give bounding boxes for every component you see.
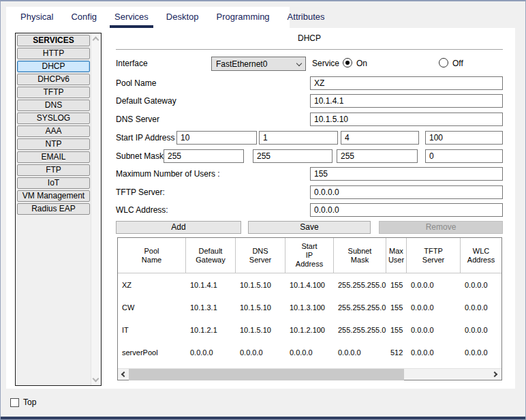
subnet-mask-label: Subnet Mask: bbox=[116, 151, 166, 161]
column-header-tftp-server: TFTP Server bbox=[407, 238, 461, 273]
pool-name-input[interactable] bbox=[310, 76, 503, 90]
wlc-address-input[interactable] bbox=[310, 203, 503, 217]
default-gateway-input[interactable] bbox=[310, 94, 503, 108]
chevron-up-icon[interactable] bbox=[93, 37, 99, 44]
sidebar-item-syslog[interactable]: SYSLOG bbox=[17, 112, 90, 124]
cell-subnet-mask: 255.255.255.0 bbox=[334, 303, 386, 312]
cell-start-ip: 10.1.4.100 bbox=[285, 281, 334, 289]
top-checkbox-label: Top bbox=[23, 397, 36, 407]
chevron-right-icon bbox=[492, 371, 497, 376]
table-row[interactable]: serverPool 0.0.0.0 0.0.0.0 0.0.0.0 0.0.0… bbox=[118, 341, 501, 363]
cell-dns-server: 10.1.5.10 bbox=[236, 281, 285, 289]
cell-max-user: 155 bbox=[386, 326, 407, 334]
sidebar-item-ftp[interactable]: FTP bbox=[17, 164, 90, 176]
chevron-down-icon[interactable] bbox=[93, 376, 99, 382]
subnet-mask-octet-1[interactable] bbox=[164, 149, 244, 163]
sidebar-item-iot[interactable]: IoT bbox=[17, 177, 90, 189]
tftp-server-label: TFTP Server: bbox=[116, 188, 165, 197]
chevron-down-icon bbox=[296, 61, 302, 66]
top-checkbox[interactable] bbox=[10, 398, 19, 407]
max-users-label: Maximum Number of Users : bbox=[116, 169, 220, 179]
page-title: DHCP bbox=[116, 33, 503, 43]
sidebar-item-dhcpv6[interactable]: DHCPv6 bbox=[17, 74, 90, 85]
tab-config[interactable]: Config bbox=[62, 7, 106, 28]
sidebar-item-aaa[interactable]: AAA bbox=[17, 125, 90, 137]
scroll-right-button[interactable] bbox=[491, 369, 501, 380]
scrollbar-track[interactable] bbox=[129, 369, 491, 380]
dns-server-label: DNS Server bbox=[116, 115, 159, 124]
tab-programming[interactable]: Programming bbox=[208, 7, 279, 28]
service-on-radio[interactable] bbox=[343, 58, 352, 68]
interface-selected-value: FastEthernet0 bbox=[216, 59, 267, 69]
sidebar-item-ntp[interactable]: NTP bbox=[17, 138, 90, 150]
max-users-input[interactable] bbox=[310, 167, 503, 181]
save-button[interactable]: Save bbox=[248, 221, 371, 234]
pool-name-label: Pool Name bbox=[116, 78, 156, 88]
tab-attributes[interactable]: Attributes bbox=[279, 7, 334, 28]
column-header-start-ip: Start IP Address bbox=[285, 238, 334, 273]
cell-max-user: 155 bbox=[386, 281, 407, 289]
cell-wlc-address: 0.0.0.0 bbox=[461, 348, 501, 357]
table-row[interactable]: IT 10.1.2.1 10.1.5.10 10.1.2.100 255.255… bbox=[118, 318, 501, 341]
cell-default-gateway: 10.1.2.1 bbox=[186, 326, 236, 334]
cell-subnet-mask: 255.255.255.0 bbox=[334, 326, 386, 334]
sidebar-item-tftp[interactable]: TFTP bbox=[17, 87, 90, 98]
column-header-dns-server: DNS Server bbox=[236, 238, 285, 273]
table-header-row: Pool Name Default Gateway DNS Server Sta… bbox=[118, 238, 501, 273]
cell-pool-name: IT bbox=[118, 326, 186, 334]
start-ip-octet-4[interactable] bbox=[425, 131, 503, 145]
sidebar-scrollbar[interactable] bbox=[91, 33, 101, 385]
chevron-left-icon bbox=[121, 371, 127, 376]
scroll-left-button[interactable] bbox=[118, 369, 129, 380]
sidebar-item-http[interactable]: HTTP bbox=[17, 48, 90, 59]
cell-wlc-address: 0.0.0.0 bbox=[461, 303, 501, 312]
start-ip-octet-3[interactable] bbox=[341, 131, 419, 145]
sidebar-item-dns[interactable]: DNS bbox=[17, 100, 90, 111]
tab-desktop[interactable]: Desktop bbox=[157, 7, 208, 28]
cell-max-user: 512 bbox=[386, 348, 407, 357]
service-on-label: On bbox=[356, 59, 367, 68]
subnet-mask-octet-4[interactable] bbox=[425, 149, 503, 163]
cell-wlc-address: 0.0.0.0 bbox=[461, 326, 501, 334]
default-gateway-label: Default Gateway bbox=[116, 96, 176, 106]
cell-tftp-server: 0.0.0.0 bbox=[407, 281, 461, 289]
start-ip-octet-2[interactable] bbox=[259, 131, 338, 145]
sidebar-item-dhcp[interactable]: DHCP bbox=[17, 61, 90, 72]
cell-pool-name: CW bbox=[118, 303, 186, 312]
sidebar-item-radius-eap[interactable]: Radius EAP bbox=[17, 203, 90, 215]
cell-start-ip: 10.1.2.100 bbox=[285, 326, 334, 334]
start-ip-octet-1[interactable] bbox=[176, 131, 257, 145]
cell-start-ip: 10.1.3.100 bbox=[285, 303, 334, 312]
service-off-label: Off bbox=[452, 59, 463, 68]
cell-default-gateway: 0.0.0.0 bbox=[186, 348, 236, 357]
cell-start-ip: 0.0.0.0 bbox=[285, 348, 334, 357]
interface-select[interactable]: FastEthernet0 bbox=[211, 57, 306, 71]
cell-default-gateway: 10.1.4.1 bbox=[186, 281, 236, 289]
column-header-default-gateway: Default Gateway bbox=[186, 238, 236, 273]
cell-default-gateway: 10.1.3.1 bbox=[186, 303, 236, 312]
column-header-subnet-mask: Subnet Mask bbox=[334, 238, 386, 273]
table-row[interactable]: XZ 10.1.4.1 10.1.5.10 10.1.4.100 255.255… bbox=[118, 273, 501, 296]
service-off-radio[interactable] bbox=[439, 58, 448, 68]
dhcp-pools-table: Pool Name Default Gateway DNS Server Sta… bbox=[117, 237, 502, 380]
dns-server-input[interactable] bbox=[310, 112, 503, 126]
table-row[interactable]: CW 10.1.3.1 10.1.5.10 10.1.3.100 255.255… bbox=[118, 296, 501, 318]
sidebar-item-vm-management[interactable]: VM Management bbox=[17, 190, 90, 202]
sidebar-item-email[interactable]: EMAIL bbox=[17, 151, 90, 163]
subnet-mask-octet-2[interactable] bbox=[253, 149, 332, 163]
scrollbar-thumb[interactable] bbox=[129, 369, 404, 380]
tftp-server-input[interactable] bbox=[310, 185, 503, 199]
title-divider bbox=[116, 49, 503, 50]
dhcp-panel: DHCP Interface FastEthernet0 Service On … bbox=[116, 30, 503, 386]
subnet-mask-octet-3[interactable] bbox=[337, 149, 418, 163]
column-header-pool-name: Pool Name bbox=[118, 238, 186, 273]
remove-button[interactable]: Remove bbox=[379, 221, 503, 234]
wlc-address-label: WLC Address: bbox=[116, 205, 168, 215]
start-ip-label: Start IP Address : bbox=[116, 133, 179, 142]
tab-services[interactable]: Services bbox=[106, 7, 157, 28]
tab-physical[interactable]: Physical bbox=[12, 7, 62, 28]
cell-max-user: 155 bbox=[386, 303, 407, 312]
table-horizontal-scrollbar[interactable] bbox=[118, 368, 501, 380]
add-button[interactable]: Add bbox=[116, 221, 241, 234]
tab-bar: Physical Config Services Desktop Program… bbox=[6, 7, 290, 28]
